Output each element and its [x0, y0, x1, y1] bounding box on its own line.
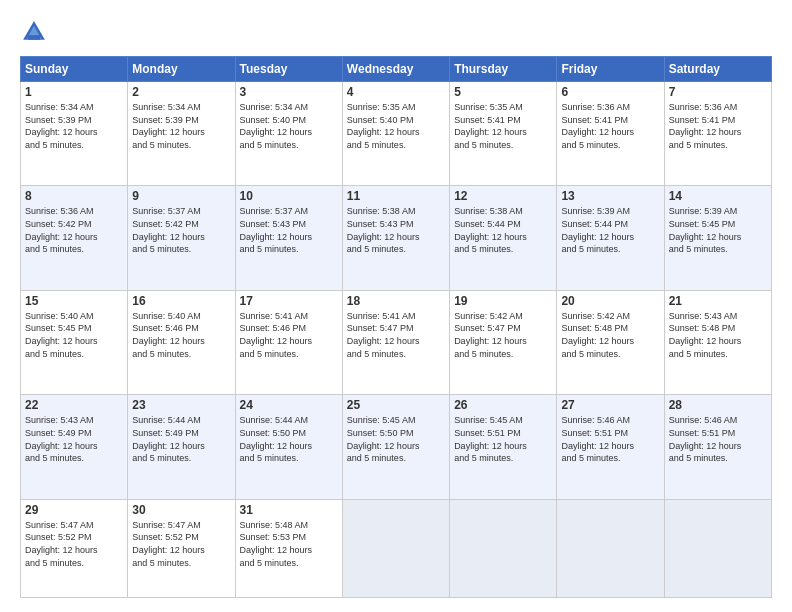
calendar-table: SundayMondayTuesdayWednesdayThursdayFrid… [20, 56, 772, 598]
cell-info: Sunrise: 5:43 AM Sunset: 5:49 PM Dayligh… [25, 414, 123, 464]
day-number: 21 [669, 294, 767, 308]
cell-info: Sunrise: 5:47 AM Sunset: 5:52 PM Dayligh… [132, 519, 230, 569]
calendar-cell: 2Sunrise: 5:34 AM Sunset: 5:39 PM Daylig… [128, 82, 235, 186]
weekday-header-thursday: Thursday [450, 57, 557, 82]
cell-info: Sunrise: 5:35 AM Sunset: 5:40 PM Dayligh… [347, 101, 445, 151]
day-number: 27 [561, 398, 659, 412]
calendar-cell: 7Sunrise: 5:36 AM Sunset: 5:41 PM Daylig… [664, 82, 771, 186]
weekday-header-saturday: Saturday [664, 57, 771, 82]
header [20, 18, 772, 46]
cell-info: Sunrise: 5:46 AM Sunset: 5:51 PM Dayligh… [561, 414, 659, 464]
day-number: 7 [669, 85, 767, 99]
cell-info: Sunrise: 5:36 AM Sunset: 5:41 PM Dayligh… [669, 101, 767, 151]
day-number: 9 [132, 189, 230, 203]
calendar-cell: 27Sunrise: 5:46 AM Sunset: 5:51 PM Dayli… [557, 395, 664, 499]
calendar-cell: 14Sunrise: 5:39 AM Sunset: 5:45 PM Dayli… [664, 186, 771, 290]
calendar-cell: 4Sunrise: 5:35 AM Sunset: 5:40 PM Daylig… [342, 82, 449, 186]
day-number: 20 [561, 294, 659, 308]
day-number: 11 [347, 189, 445, 203]
calendar-cell: 22Sunrise: 5:43 AM Sunset: 5:49 PM Dayli… [21, 395, 128, 499]
day-number: 28 [669, 398, 767, 412]
calendar-week-3: 15Sunrise: 5:40 AM Sunset: 5:45 PM Dayli… [21, 290, 772, 394]
calendar-cell: 11Sunrise: 5:38 AM Sunset: 5:43 PM Dayli… [342, 186, 449, 290]
calendar-header-row: SundayMondayTuesdayWednesdayThursdayFrid… [21, 57, 772, 82]
day-number: 26 [454, 398, 552, 412]
day-number: 17 [240, 294, 338, 308]
day-number: 3 [240, 85, 338, 99]
weekday-header-wednesday: Wednesday [342, 57, 449, 82]
logo-icon [20, 18, 48, 46]
calendar-cell: 15Sunrise: 5:40 AM Sunset: 5:45 PM Dayli… [21, 290, 128, 394]
day-number: 2 [132, 85, 230, 99]
day-number: 23 [132, 398, 230, 412]
day-number: 22 [25, 398, 123, 412]
day-number: 29 [25, 503, 123, 517]
calendar-cell: 31Sunrise: 5:48 AM Sunset: 5:53 PM Dayli… [235, 499, 342, 597]
calendar-week-5: 29Sunrise: 5:47 AM Sunset: 5:52 PM Dayli… [21, 499, 772, 597]
day-number: 15 [25, 294, 123, 308]
day-number: 12 [454, 189, 552, 203]
day-number: 10 [240, 189, 338, 203]
cell-info: Sunrise: 5:47 AM Sunset: 5:52 PM Dayligh… [25, 519, 123, 569]
day-number: 16 [132, 294, 230, 308]
calendar-cell: 20Sunrise: 5:42 AM Sunset: 5:48 PM Dayli… [557, 290, 664, 394]
day-number: 6 [561, 85, 659, 99]
calendar-cell: 6Sunrise: 5:36 AM Sunset: 5:41 PM Daylig… [557, 82, 664, 186]
cell-info: Sunrise: 5:45 AM Sunset: 5:50 PM Dayligh… [347, 414, 445, 464]
cell-info: Sunrise: 5:36 AM Sunset: 5:42 PM Dayligh… [25, 205, 123, 255]
cell-info: Sunrise: 5:37 AM Sunset: 5:42 PM Dayligh… [132, 205, 230, 255]
calendar-cell: 19Sunrise: 5:42 AM Sunset: 5:47 PM Dayli… [450, 290, 557, 394]
day-number: 5 [454, 85, 552, 99]
day-number: 8 [25, 189, 123, 203]
calendar-cell: 21Sunrise: 5:43 AM Sunset: 5:48 PM Dayli… [664, 290, 771, 394]
cell-info: Sunrise: 5:42 AM Sunset: 5:47 PM Dayligh… [454, 310, 552, 360]
day-number: 14 [669, 189, 767, 203]
calendar-week-4: 22Sunrise: 5:43 AM Sunset: 5:49 PM Dayli… [21, 395, 772, 499]
calendar-cell: 8Sunrise: 5:36 AM Sunset: 5:42 PM Daylig… [21, 186, 128, 290]
cell-info: Sunrise: 5:40 AM Sunset: 5:45 PM Dayligh… [25, 310, 123, 360]
cell-info: Sunrise: 5:44 AM Sunset: 5:49 PM Dayligh… [132, 414, 230, 464]
calendar-cell: 16Sunrise: 5:40 AM Sunset: 5:46 PM Dayli… [128, 290, 235, 394]
cell-info: Sunrise: 5:44 AM Sunset: 5:50 PM Dayligh… [240, 414, 338, 464]
cell-info: Sunrise: 5:42 AM Sunset: 5:48 PM Dayligh… [561, 310, 659, 360]
cell-info: Sunrise: 5:41 AM Sunset: 5:47 PM Dayligh… [347, 310, 445, 360]
weekday-header-monday: Monday [128, 57, 235, 82]
day-number: 1 [25, 85, 123, 99]
cell-info: Sunrise: 5:45 AM Sunset: 5:51 PM Dayligh… [454, 414, 552, 464]
day-number: 25 [347, 398, 445, 412]
calendar-week-1: 1Sunrise: 5:34 AM Sunset: 5:39 PM Daylig… [21, 82, 772, 186]
calendar-cell: 10Sunrise: 5:37 AM Sunset: 5:43 PM Dayli… [235, 186, 342, 290]
cell-info: Sunrise: 5:35 AM Sunset: 5:41 PM Dayligh… [454, 101, 552, 151]
cell-info: Sunrise: 5:38 AM Sunset: 5:44 PM Dayligh… [454, 205, 552, 255]
calendar-cell: 5Sunrise: 5:35 AM Sunset: 5:41 PM Daylig… [450, 82, 557, 186]
cell-info: Sunrise: 5:41 AM Sunset: 5:46 PM Dayligh… [240, 310, 338, 360]
calendar-cell: 23Sunrise: 5:44 AM Sunset: 5:49 PM Dayli… [128, 395, 235, 499]
calendar-cell: 17Sunrise: 5:41 AM Sunset: 5:46 PM Dayli… [235, 290, 342, 394]
cell-info: Sunrise: 5:37 AM Sunset: 5:43 PM Dayligh… [240, 205, 338, 255]
cell-info: Sunrise: 5:40 AM Sunset: 5:46 PM Dayligh… [132, 310, 230, 360]
calendar-cell [664, 499, 771, 597]
calendar-cell: 30Sunrise: 5:47 AM Sunset: 5:52 PM Dayli… [128, 499, 235, 597]
svg-rect-2 [28, 35, 40, 40]
calendar-cell: 12Sunrise: 5:38 AM Sunset: 5:44 PM Dayli… [450, 186, 557, 290]
cell-info: Sunrise: 5:39 AM Sunset: 5:44 PM Dayligh… [561, 205, 659, 255]
calendar-cell: 26Sunrise: 5:45 AM Sunset: 5:51 PM Dayli… [450, 395, 557, 499]
logo [20, 18, 52, 46]
cell-info: Sunrise: 5:46 AM Sunset: 5:51 PM Dayligh… [669, 414, 767, 464]
cell-info: Sunrise: 5:34 AM Sunset: 5:39 PM Dayligh… [132, 101, 230, 151]
day-number: 31 [240, 503, 338, 517]
day-number: 4 [347, 85, 445, 99]
calendar-cell: 29Sunrise: 5:47 AM Sunset: 5:52 PM Dayli… [21, 499, 128, 597]
cell-info: Sunrise: 5:48 AM Sunset: 5:53 PM Dayligh… [240, 519, 338, 569]
calendar-cell: 9Sunrise: 5:37 AM Sunset: 5:42 PM Daylig… [128, 186, 235, 290]
calendar-week-2: 8Sunrise: 5:36 AM Sunset: 5:42 PM Daylig… [21, 186, 772, 290]
cell-info: Sunrise: 5:36 AM Sunset: 5:41 PM Dayligh… [561, 101, 659, 151]
calendar-cell [557, 499, 664, 597]
cell-info: Sunrise: 5:39 AM Sunset: 5:45 PM Dayligh… [669, 205, 767, 255]
calendar-cell: 25Sunrise: 5:45 AM Sunset: 5:50 PM Dayli… [342, 395, 449, 499]
cell-info: Sunrise: 5:34 AM Sunset: 5:39 PM Dayligh… [25, 101, 123, 151]
calendar-cell: 24Sunrise: 5:44 AM Sunset: 5:50 PM Dayli… [235, 395, 342, 499]
day-number: 18 [347, 294, 445, 308]
day-number: 19 [454, 294, 552, 308]
calendar-cell: 28Sunrise: 5:46 AM Sunset: 5:51 PM Dayli… [664, 395, 771, 499]
